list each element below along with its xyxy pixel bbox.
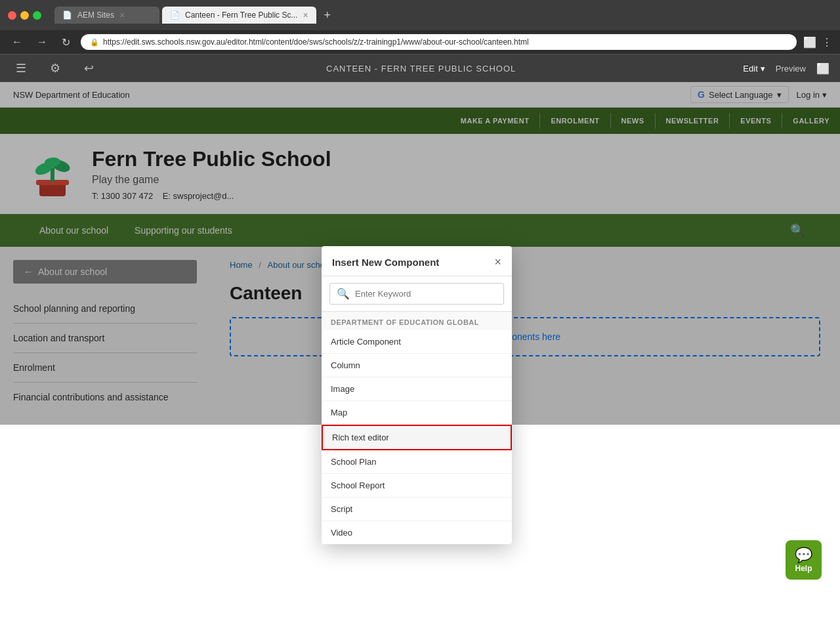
forward-button[interactable]: → [33, 35, 51, 49]
page-wrapper: NSW Department of Education G Select Lan… [0, 82, 840, 425]
browser-titlebar: 📄 AEM Sites × 📄 Canteen - Fern Tree Publ… [0, 0, 840, 30]
modal-title: Insert New Component [332, 257, 439, 268]
modal-close-button[interactable]: × [494, 255, 501, 269]
tab-close-icon[interactable]: × [119, 10, 125, 20]
address-bar[interactable]: 🔒 https://edit.sws.schools.nsw.gov.au/ed… [81, 34, 797, 50]
bookmark-button[interactable]: ⬜ [803, 36, 816, 49]
more-button[interactable]: ⋮ [822, 36, 832, 49]
aem-toolbar-right: Edit ▾ Preview ⬜ [743, 61, 830, 76]
insert-component-modal: Insert New Component × 🔍 DEPARTMENT OF E… [322, 246, 512, 544]
undo-button[interactable]: ↩ [79, 58, 99, 78]
search-icon: 🔍 [337, 288, 350, 300]
modal-section-label: DEPARTMENT OF EDUCATION GLOBAL [322, 312, 512, 330]
modal-search-inner: 🔍 [329, 283, 504, 305]
modal-header: Insert New Component × [322, 246, 512, 276]
reload-button[interactable]: ↻ [58, 35, 74, 50]
browser-tab-aem[interactable]: 📄 AEM Sites × [54, 7, 159, 24]
modal-item-column[interactable]: Column [322, 354, 512, 377]
modal-search-input[interactable] [355, 289, 497, 299]
close-traffic-light[interactable] [8, 11, 16, 20]
modal-item-rich-text[interactable]: Rich text editor [322, 425, 512, 450]
chat-icon: 💬 [795, 547, 812, 564]
back-button[interactable]: ← [8, 35, 26, 49]
preview-button[interactable]: Preview [770, 61, 811, 76]
edit-mode-button[interactable]: Edit ▾ [743, 64, 765, 74]
properties-button[interactable]: ⚙ [45, 58, 66, 78]
browser-frame: 📄 AEM Sites × 📄 Canteen - Fern Tree Publ… [0, 0, 840, 82]
modal-item-script[interactable]: Script [322, 498, 512, 521]
tab-label: Canteen - Fern Tree Public Sc... [185, 11, 297, 20]
browser-tabs: 📄 AEM Sites × 📄 Canteen - Fern Tree Publ… [54, 7, 336, 24]
share-button[interactable]: ⬜ [816, 62, 830, 75]
lock-icon: 🔒 [90, 38, 99, 47]
modal-search-section: 🔍 [322, 276, 512, 312]
tab-label: AEM Sites [77, 11, 114, 20]
help-label: Help [795, 564, 812, 573]
edit-label: Edit [743, 64, 757, 74]
modal-item-school-plan[interactable]: School Plan [322, 450, 512, 474]
help-button[interactable]: 💬 Help [786, 540, 822, 580]
minimize-traffic-light[interactable] [20, 11, 29, 20]
aem-toolbar: ☰ ⚙ ↩ CANTEEN - FERN TREE PUBLIC SCHOOL … [0, 54, 840, 82]
new-tab-button[interactable]: + [319, 9, 337, 22]
traffic-lights [8, 11, 41, 20]
browser-addressbar: ← → ↻ 🔒 https://edit.sws.schools.nsw.gov… [0, 30, 840, 54]
tab-close-icon[interactable]: × [303, 10, 308, 20]
url-text: https://edit.sws.schools.nsw.gov.au/edit… [103, 37, 529, 47]
browser-tab-canteen[interactable]: 📄 Canteen - Fern Tree Public Sc... × [162, 7, 316, 24]
maximize-traffic-light[interactable] [33, 11, 41, 20]
browser-actions: ⬜ ⋮ [803, 36, 832, 49]
modal-item-image[interactable]: Image [322, 377, 512, 401]
chevron-down-icon: ▾ [761, 64, 765, 74]
modal-item-article[interactable]: Article Component [322, 330, 512, 354]
sidebar-toggle-button[interactable]: ☰ [10, 58, 32, 78]
modal-item-school-report[interactable]: School Report [322, 474, 512, 498]
modal-item-map[interactable]: Map [322, 401, 512, 425]
modal-item-video[interactable]: Video [322, 521, 512, 544]
aem-page-title: CANTEEN - FERN TREE PUBLIC SCHOOL [112, 64, 730, 74]
